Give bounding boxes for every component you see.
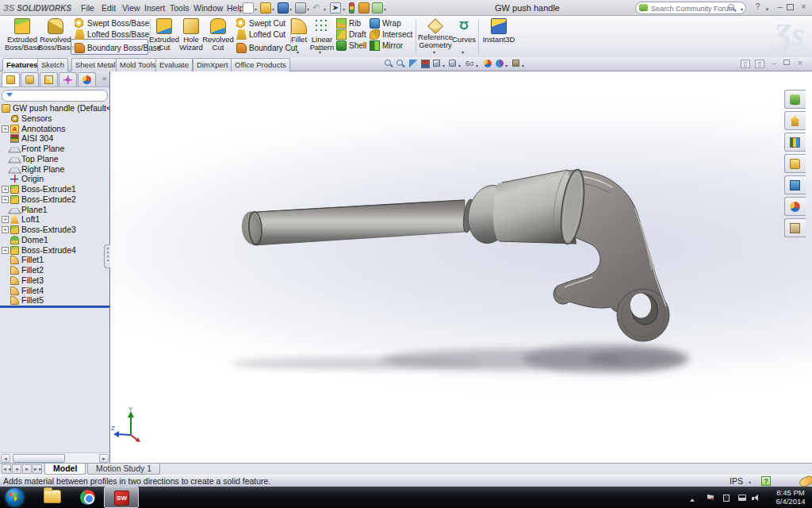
menu-window[interactable]: Window	[190, 3, 226, 13]
tab-scroll-last-icon[interactable]: ►►	[33, 464, 42, 474]
menu-view[interactable]: View	[119, 3, 144, 13]
tray-volume-icon[interactable]	[754, 495, 758, 501]
tree-filter-input[interactable]	[2, 90, 108, 102]
curves-caret[interactable]: ▾	[462, 49, 464, 55]
taskpane-home-tab[interactable]	[784, 111, 806, 130]
reference-geometry-button[interactable]: ReferenceGeometry	[418, 17, 453, 49]
draft-button[interactable]: Draft	[336, 29, 366, 40]
tab-evaluate[interactable]: Evaluate	[155, 58, 193, 71]
fillet-caret[interactable]: ▾	[297, 49, 299, 55]
tab-scroll-right-icon[interactable]: ►	[22, 464, 32, 474]
menu-file[interactable]: File	[78, 3, 98, 13]
view-setting2-icon[interactable]	[512, 60, 519, 67]
tree-item-material[interactable]: AISI 304	[0, 133, 109, 144]
tree-item-boss-extrude3[interactable]: +Boss-Extrude3	[0, 225, 109, 235]
rebuild-stoplight-icon[interactable]	[349, 2, 354, 13]
expand-icon[interactable]: +	[2, 226, 9, 233]
expand-icon[interactable]: +	[2, 216, 9, 223]
taskbar-chrome-button[interactable]	[80, 490, 95, 505]
tree-item-sensors[interactable]: Sensors	[0, 114, 109, 124]
edit-appearance-icon[interactable]	[484, 60, 492, 67]
linear-pattern-caret[interactable]: ▾	[319, 49, 321, 55]
taskpane-library-tab[interactable]	[784, 133, 806, 152]
doc-pane-right-icon[interactable]: ▯	[755, 60, 764, 68]
taskpane-appearances-tab[interactable]	[784, 197, 806, 216]
linear-pattern-button[interactable]: LinearPattern	[309, 17, 335, 52]
configurationmanager-tab[interactable]	[40, 72, 58, 87]
expand-icon[interactable]: +	[2, 186, 9, 193]
search-box[interactable]: Search Community Forum ▾	[635, 2, 746, 14]
menu-tools[interactable]: Tools	[167, 3, 193, 13]
expand-icon[interactable]: +	[2, 196, 9, 203]
tree-root[interactable]: GW push handle (Default<<Def	[0, 103, 109, 114]
zoom-fit-icon[interactable]	[385, 60, 391, 66]
tree-item-fillet2[interactable]: Fillet2	[0, 265, 109, 275]
view-orientation-icon[interactable]	[421, 60, 430, 68]
tray-show-hidden-icon[interactable]	[690, 496, 695, 502]
graphics-viewport[interactable]: Y Z	[111, 71, 812, 463]
taskpane-properties-tab[interactable]	[784, 218, 806, 237]
menu-edit[interactable]: Edit	[98, 3, 119, 13]
boundary-cut-button[interactable]: Boundary Cut	[236, 43, 297, 54]
scroll-right-icon[interactable]: ►	[99, 454, 109, 463]
tree-item-loft1[interactable]: +Loft1	[0, 214, 109, 225]
search-icon[interactable]	[728, 4, 734, 10]
taskbar-solidworks-button[interactable]: SW	[104, 487, 139, 508]
extruded-cut-button[interactable]: ExtrudedCut	[148, 17, 180, 52]
close-button[interactable]: ×	[799, 2, 809, 13]
shell-button[interactable]: Shell	[336, 40, 366, 52]
featuremanager-tab[interactable]	[2, 72, 20, 87]
motion-study-tab[interactable]: Motion Study 1	[87, 464, 160, 475]
rib-button[interactable]: Rib	[336, 18, 366, 29]
panel-splitter-handle[interactable]	[104, 244, 110, 268]
tree-item-annotations[interactable]: +AAnnotations	[0, 124, 109, 134]
revolved-cut-button[interactable]: RevolvedCut	[201, 17, 235, 52]
open-icon[interactable]	[260, 2, 271, 13]
menu-insert[interactable]: Insert	[141, 3, 168, 13]
units-selector[interactable]: IPS	[730, 476, 743, 486]
intersect-button[interactable]: Intersect	[370, 29, 412, 40]
mirror-button[interactable]: Mirror	[370, 40, 412, 52]
tree-item-fillet4[interactable]: Fillet4	[0, 286, 109, 296]
taskpane-resources-tab[interactable]	[784, 90, 806, 109]
doc-minimize-icon[interactable]: –	[769, 60, 779, 68]
list-icon[interactable]	[372, 2, 383, 13]
tab-mold-tools[interactable]: Mold Tools	[116, 58, 159, 71]
revolved-boss-button[interactable]: RevolvedBoss/Base	[38, 17, 73, 52]
curves-button[interactable]: Ʊ Curves	[452, 17, 476, 44]
tray-clipboard-icon[interactable]	[723, 495, 730, 502]
tray-action-center-icon[interactable]	[707, 495, 714, 502]
taskpane-explorer-tab[interactable]	[784, 154, 806, 173]
units-caret[interactable]: ▴	[749, 479, 751, 484]
model-tab[interactable]: Model	[44, 464, 86, 475]
tree-item-right-plane[interactable]: Right Plane	[0, 164, 109, 175]
expand-icon[interactable]: +	[2, 247, 9, 254]
tree-item-boss-extrude4[interactable]: +Boss-Extrude4	[0, 245, 109, 256]
tree-item-dome1[interactable]: Dome1	[0, 235, 109, 245]
new-document-icon[interactable]	[243, 2, 254, 13]
dimxpertmanager-tab[interactable]	[59, 72, 77, 87]
view-settings-icon[interactable]: 6σ	[465, 60, 475, 69]
tab-dimxpert[interactable]: DimXpert	[193, 58, 232, 71]
display-style-icon[interactable]	[433, 60, 440, 67]
wrap-button[interactable]: Wrap	[370, 18, 412, 29]
doc-pane-left-icon[interactable]: ▯	[741, 60, 750, 68]
expand-icon[interactable]: +	[2, 125, 9, 133]
tree-item-boss-extrude1[interactable]: +Boss-Extrude1	[0, 184, 109, 194]
tree-item-boss-extrude2[interactable]: +Boss-Extrude2	[0, 194, 109, 205]
doc-restore-icon[interactable]	[782, 60, 791, 68]
tree-item-origin[interactable]: Origin	[0, 174, 109, 184]
scroll-thumb[interactable]	[13, 454, 65, 463]
restore-button[interactable]	[787, 4, 794, 10]
taskpane-palette-tab[interactable]	[784, 175, 806, 194]
tab-scroll-left-icon[interactable]: ◄	[12, 464, 21, 474]
fillet-button[interactable]: Fillet	[288, 17, 310, 44]
instant3d-button[interactable]: Instant3D	[481, 17, 517, 44]
tree-item-top-plane[interactable]: Top Plane	[0, 154, 109, 164]
panel-tabs-more[interactable]: »	[102, 75, 106, 83]
tree-item-fillet1[interactable]: Fillet1	[0, 255, 109, 265]
quick-tips-icon[interactable]: ?	[761, 476, 771, 486]
tab-sketch[interactable]: Sketch	[37, 58, 68, 71]
start-button[interactable]	[6, 488, 24, 506]
tree-item-plane1[interactable]: Plane1	[0, 205, 109, 215]
